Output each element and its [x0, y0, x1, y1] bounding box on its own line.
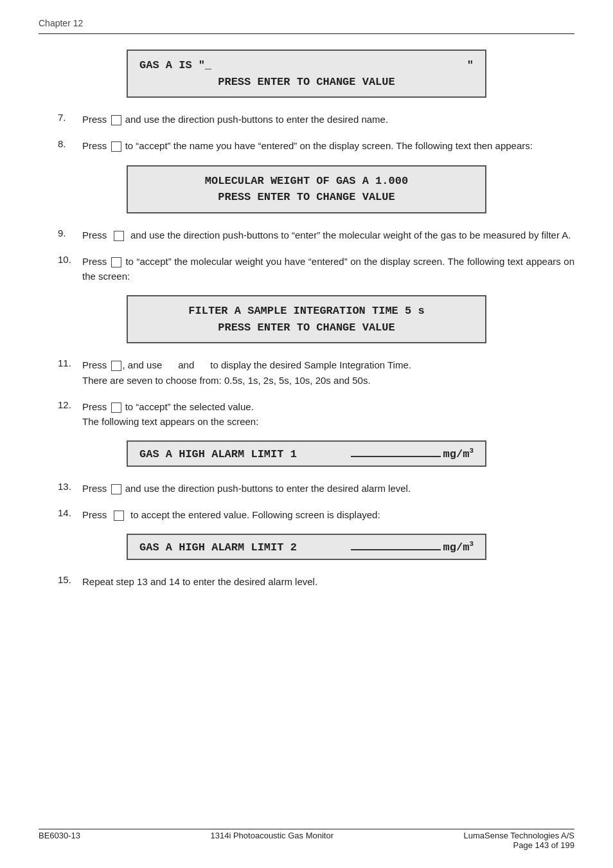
top-display-box: GAS A IS "_ " PRESS ENTER TO CHANGE VALU… [127, 50, 486, 98]
step-8-number: 8. [58, 138, 82, 149]
step-14-content: Press to accept the entered value. Follo… [82, 507, 574, 522]
alarm2-sup: 3 [469, 540, 474, 548]
alarm1-display-outer: GAS A HIGH ALARM LIMIT 1 mg/m3 [39, 440, 574, 481]
bottom-rule [39, 829, 574, 829]
step-10-btn [111, 257, 121, 267]
steps-list-2: 9. Press and use the direction push-butt… [39, 228, 574, 284]
step-11-number: 11. [58, 357, 82, 368]
step-14-number: 14. [58, 507, 82, 518]
steps-list-3: 11. Press , and use and to display the d… [39, 357, 574, 429]
step-14: 14. Press to accept the entered value. F… [39, 507, 574, 522]
step-11-btn [111, 361, 121, 371]
step-8-content: Press to “accept” the name you have “ent… [82, 138, 574, 153]
step-12-number: 12. [58, 399, 82, 410]
footer-left: BE6030-13 [39, 831, 80, 850]
chapter-heading: Chapter 12 [39, 18, 574, 28]
alarm1-display-box: GAS A HIGH ALARM LIMIT 1 mg/m3 [127, 440, 486, 467]
molecular-display-line2: PRESS ENTER TO CHANGE VALUE [139, 189, 474, 206]
top-rule [39, 33, 574, 34]
footer-center: 1314i Photoacoustic Gas Monitor [211, 831, 334, 850]
step-7-number: 7. [58, 112, 82, 123]
step-13-number: 13. [58, 481, 82, 492]
step-11-content: Press , and use and to display the desir… [82, 357, 574, 388]
step-15-number: 15. [58, 574, 82, 585]
alarm2-display-outer: GAS A HIGH ALARM LIMIT 2 mg/m3 [39, 534, 574, 574]
step-10-number: 10. [58, 254, 82, 265]
filter-display-outer: FILTER A SAMPLE INTEGRATION TIME 5 s PRE… [39, 295, 574, 357]
step-7-btn [111, 115, 121, 125]
top-display-line1-right: " [467, 57, 474, 74]
alarm1-text: GAS A HIGH ALARM LIMIT 1 [139, 448, 297, 460]
step-12-content: Press to “accept” the selected value. Th… [82, 399, 574, 429]
page-wrapper: Chapter 12 GAS A IS "_ " PRESS ENTER TO … [0, 0, 613, 868]
filter-display-box: FILTER A SAMPLE INTEGRATION TIME 5 s PRE… [127, 295, 486, 343]
steps-list: 7. Press and use the direction push-butt… [39, 112, 574, 154]
alarm1-underline-unit: mg/m3 [348, 447, 474, 460]
filter-display-line2: PRESS ENTER TO CHANGE VALUE [139, 320, 474, 336]
alarm2-text: GAS A HIGH ALARM LIMIT 2 [139, 541, 297, 554]
top-display-line2: PRESS ENTER TO CHANGE VALUE [139, 74, 474, 91]
step-9-btn [114, 231, 124, 241]
step-10-content: Press to “accept” the molecular weight y… [82, 254, 574, 284]
step-12-btn [111, 402, 121, 413]
step-9-number: 9. [58, 228, 82, 239]
molecular-display-box: MOLECULAR WEIGHT OF GAS A 1.000 PRESS EN… [127, 165, 486, 213]
step-13-btn [111, 484, 121, 494]
alarm2-display-box: GAS A HIGH ALARM LIMIT 2 mg/m3 [127, 534, 486, 560]
step-15-content: Repeat step 13 and 14 to enter the desir… [82, 574, 574, 589]
steps-list-5: 15. Repeat step 13 and 14 to enter the d… [39, 574, 574, 589]
alarm2-underline-unit: mg/m3 [348, 540, 474, 554]
molecular-display-outer: MOLECULAR WEIGHT OF GAS A 1.000 PRESS EN… [39, 165, 574, 228]
step-13-content: Press and use the direction push-buttons… [82, 481, 574, 496]
footer-right-line1: LumaSense Technologies A/S [464, 831, 575, 840]
step-9: 9. Press and use the direction push-butt… [39, 228, 574, 242]
step-13: 13. Press and use the direction push-but… [39, 481, 574, 496]
footer-right: LumaSense Technologies A/S Page 143 of 1… [464, 831, 575, 850]
top-display-outer: GAS A IS "_ " PRESS ENTER TO CHANGE VALU… [39, 50, 574, 112]
top-display-line1-left: GAS A IS "_ [139, 57, 211, 74]
footer-right-line2: Page 143 of 199 [513, 840, 574, 850]
alarm2-underline [351, 549, 441, 550]
alarm1-sup: 3 [469, 447, 474, 455]
step-9-content: Press and use the direction push-buttons… [82, 228, 574, 242]
molecular-display-line1: MOLECULAR WEIGHT OF GAS A 1.000 [139, 173, 474, 190]
filter-display-line1: FILTER A SAMPLE INTEGRATION TIME 5 s [139, 303, 474, 320]
alarm2-unit: mg/m [443, 541, 470, 554]
step-12: 12. Press to “accept” the selected value… [39, 399, 574, 429]
step-8-btn [111, 141, 121, 152]
top-display-line1: GAS A IS "_ " [139, 57, 474, 74]
alarm1-underline [351, 456, 441, 457]
step-7-content: Press and use the direction push-buttons… [82, 112, 574, 127]
footer: BE6030-13 1314i Photoacoustic Gas Monito… [39, 831, 574, 850]
alarm1-unit: mg/m [443, 448, 470, 460]
steps-list-4: 13. Press and use the direction push-but… [39, 481, 574, 523]
step-8: 8. Press to “accept” the name you have “… [39, 138, 574, 153]
step-10: 10. Press to “accept” the molecular weig… [39, 254, 574, 284]
step-11: 11. Press , and use and to display the d… [39, 357, 574, 388]
step-7: 7. Press and use the direction push-butt… [39, 112, 574, 127]
step-14-btn [114, 511, 124, 521]
step-15: 15. Repeat step 13 and 14 to enter the d… [39, 574, 574, 589]
